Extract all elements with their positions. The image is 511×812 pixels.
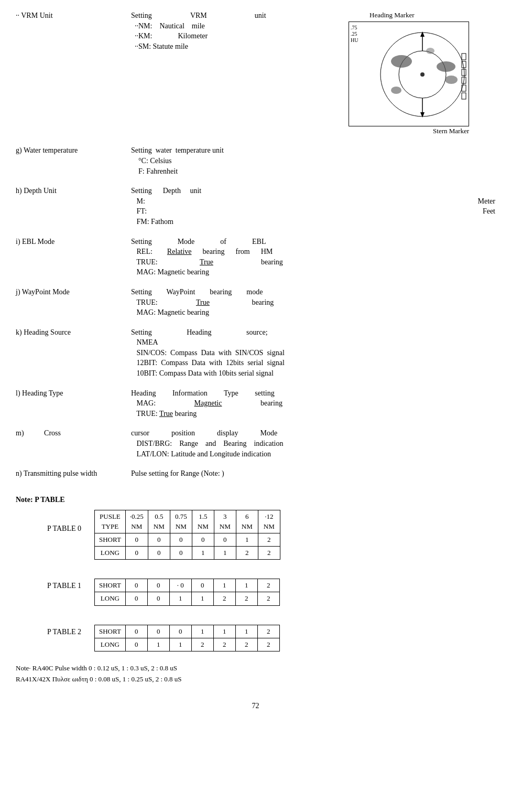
cross-cursor-content: cursor position display Mode DIST/BRG: R… (131, 428, 495, 459)
vrm-setting-line: Setting VRM unit (131, 10, 349, 21)
ebl-rel-line: REL: Relative bearing from HM (131, 247, 495, 257)
vrm-sm-line: ··SM: Statute mile (131, 41, 349, 52)
radar-diagram-area: Heading Marker .75 .25 HU (349, 10, 495, 136)
table-row: SHORT0000012 (95, 533, 280, 546)
heading-source-12bit: 12BIT: Compass Data with 12bits serial s… (131, 358, 495, 368)
cross-cursor-section: m) Cross cursor position display Mode DI… (16, 428, 495, 459)
page-number: 72 (16, 701, 495, 711)
table-row: SHORT0001112 (95, 625, 280, 638)
vrm-nm-line: ··NM: Nautical mile (131, 21, 349, 31)
table-row: LONG0001122 (95, 546, 280, 559)
pulse-width-label: n) Transmitting pulse width (16, 468, 131, 479)
waypoint-mode-label: j) WayPoint Mode (16, 287, 131, 318)
svg-point-11 (426, 48, 434, 54)
waypoint-mode-content: Setting WayPoint bearing mode TRUE: True… (131, 287, 495, 318)
heading-source-label: k) Heading Source (16, 327, 131, 379)
radar-svg (349, 22, 470, 127)
table-row: LONG0112222 (95, 638, 280, 651)
heading-type-section: l) Heading Type Heading Information Type… (16, 388, 495, 419)
vrm-unit-section: ·· VRM Unit Setting VRM unit ··NM: Nauti… (16, 10, 495, 136)
depth-m-line: M:Meter (131, 196, 495, 207)
table-row: SHORT00· 00112 (95, 579, 280, 592)
ptable0-group: P TABLE 0PUSLETYPE·0.25NM0.5NM0.75NM1.5N… (47, 510, 495, 560)
heading-source-setting: Setting Heading source; (131, 327, 495, 338)
pulse-width-content: Pulse setting for Range (Note: ) (131, 468, 495, 479)
note-footer-line2: RA41X/42X Πυλσε ωιδτη 0 : 0.08 uS, 1 : 0… (16, 674, 495, 685)
heading-source-section: k) Heading Source Setting Heading source… (16, 327, 495, 379)
ptable1-table: SHORT00· 00112LONG0011222 (94, 579, 280, 605)
heading-type-setting: Heading Information Type setting (131, 388, 495, 399)
heading-source-nmea: NMEA (131, 337, 495, 348)
waypoint-mode-section: j) WayPoint Mode Setting WayPoint bearin… (16, 287, 495, 318)
depth-fm-line: FM: Fathom (131, 217, 495, 227)
svg-point-7 (391, 55, 412, 68)
vrm-km-line: ··KM: Kilometer (131, 31, 349, 41)
waypoint-setting-line: Setting WayPoint bearing mode (131, 287, 495, 297)
ptable1-group: P TABLE 1SHORT00· 00112LONG0011222 (47, 579, 495, 605)
ebl-mag-line: MAG: Magnetic bearing (131, 267, 495, 277)
ebl-setting-line: Setting Mode of EBL (131, 237, 495, 247)
radar-diagram: .75 .25 HU (349, 22, 469, 126)
depth-unit-section: h) Depth Unit Setting Depth unit M:Meter… (16, 186, 495, 227)
water-temp-setting: Setting water temperature unit (131, 145, 495, 156)
cross-cursor-label: m) Cross (16, 428, 131, 459)
ptable-wrapper: P TABLE 0PUSLETYPE·0.25NM0.5NM0.75NM1.5N… (47, 510, 495, 651)
heading-type-true: TRUE: True bearing (131, 409, 495, 419)
depth-unit-content: Setting Depth unit M:Meter FT:Feet FM: F… (131, 186, 495, 227)
heading-marker-label: Heading Marker (369, 10, 495, 20)
svg-rect-16 (462, 85, 466, 91)
ptable1-label: P TABLE 1 (47, 579, 89, 591)
ptable0-group-label: P TABLE 0 (47, 510, 89, 534)
vrm-unit-label: ·· VRM Unit (16, 10, 131, 136)
svg-rect-17 (462, 93, 466, 99)
heading-type-label: l) Heading Type (16, 388, 131, 419)
depth-ft-line: FT:Feet (131, 206, 495, 217)
ptable2-group: P TABLE 2SHORT0001112LONG0112222 (47, 625, 495, 651)
svg-point-2 (420, 72, 425, 77)
radar-scale: .75 .25 HU (351, 25, 358, 44)
note-ptable-heading: Note: P TABLE (16, 495, 495, 505)
pulse-width-section: n) Transmitting pulse width Pulse settin… (16, 468, 495, 479)
stern-marker-label: Stern Marker (349, 126, 469, 136)
depth-unit-label: h) Depth Unit (16, 186, 131, 227)
heading-source-sincos: SIN/COS: Compass Data with SIN/COS signa… (131, 348, 495, 358)
ebl-mode-label: i) EBL Mode (16, 237, 131, 277)
water-temp-content: Setting water temperature unit °C: Celsi… (131, 145, 495, 176)
svg-rect-12 (462, 54, 466, 60)
ptable2-label: P TABLE 2 (47, 625, 89, 637)
svg-rect-14 (462, 69, 466, 76)
heading-source-content: Setting Heading source; NMEA SIN/COS: Co… (131, 327, 495, 379)
note-footer: Note· RA40C Pulse width 0 : 0.12 uS, 1 :… (16, 663, 495, 685)
ebl-mode-section: i) EBL Mode Setting Mode of EBL REL: Rel… (16, 237, 495, 277)
svg-point-9 (445, 76, 458, 84)
svg-point-8 (437, 61, 455, 72)
cross-cursor-latlon: LAT/LON: Latitude and Longitude indicati… (131, 449, 495, 460)
heading-type-content: Heading Information Type setting MAG: Ma… (131, 388, 495, 419)
cross-cursor-setting: cursor position display Mode (131, 428, 495, 439)
waypoint-true-line: TRUE: True bearing (131, 297, 495, 308)
celsius-line: °C: Celsius (131, 156, 495, 166)
ebl-mode-content: Setting Mode of EBL REL: Relative bearin… (131, 237, 495, 277)
heading-type-mag: MAG: Magnetic bearing (131, 398, 495, 409)
water-temp-label: g) Water temperature (16, 145, 131, 176)
waypoint-mag-line: MAG: Magnetic bearing (131, 307, 495, 318)
note-footer-line1: Note· RA40C Pulse width 0 : 0.12 uS, 1 :… (16, 663, 495, 674)
water-temp-section: g) Water temperature Setting water tempe… (16, 145, 495, 176)
svg-marker-4 (420, 31, 425, 37)
heading-source-10bit: 10BIT: Compass Data with 10bits serial s… (131, 368, 495, 379)
fahrenheit-line: F: Fahrenheit (131, 166, 495, 177)
cross-cursor-distbrg: DIST/BRG: Range and Bearing indication (131, 439, 495, 449)
table-row: LONG0011222 (95, 592, 280, 605)
pulse-width-text: Pulse setting for Range (Note: ) (131, 468, 495, 479)
svg-marker-6 (420, 112, 425, 117)
svg-point-10 (391, 87, 401, 94)
ptable2-table: SHORT0001112LONG0112222 (94, 625, 280, 651)
ebl-true-line: TRUE: True bearing (131, 257, 495, 268)
vrm-unit-content: Setting VRM unit ··NM: Nautical mile ··K… (131, 10, 349, 136)
depth-setting-line: Setting Depth unit (131, 186, 495, 196)
ptable0-full-table: PUSLETYPE·0.25NM0.5NM0.75NM1.5NM3NM6NM·1… (94, 510, 280, 560)
